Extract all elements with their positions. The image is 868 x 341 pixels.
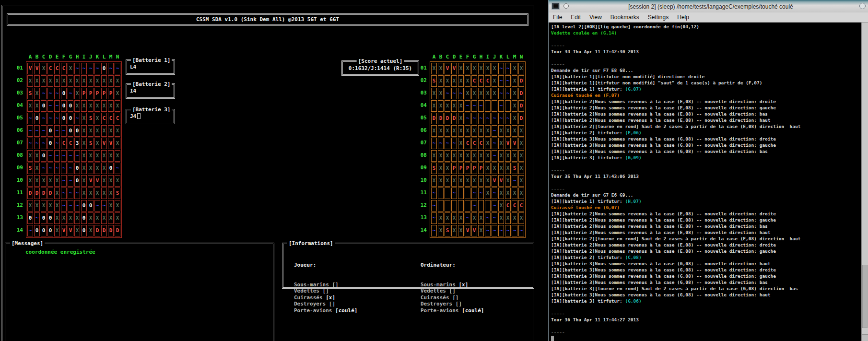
- terminal-line: [IA][batterie 2][tourne en rond] Saut de…: [551, 123, 861, 129]
- grid-cell: X: [54, 225, 60, 236]
- grid-cell: X: [54, 200, 60, 212]
- terminal-line: [IA][batterie 2]Nous sommes revenus à la…: [551, 242, 861, 248]
- column-header: J: [492, 54, 497, 60]
- terminal-line: -----: [551, 61, 861, 67]
- grid-cell: D: [518, 113, 524, 124]
- window-titlebar[interactable]: [session 2] (sleep) /home/tests/langageC…: [549, 0, 868, 12]
- grid-cell: X: [108, 175, 114, 187]
- grid-cell: ~: [74, 113, 80, 124]
- grid-cell: ~: [41, 125, 47, 137]
- column-header: I: [81, 54, 87, 60]
- player-fleet-status: Joueur: Sous-marins []Vedettes []Cuirass…: [294, 249, 357, 327]
- row-label: 10: [419, 175, 427, 186]
- row-label: 11: [419, 187, 427, 199]
- grid-cell: ~: [47, 163, 53, 174]
- konsole-window: [session 2] (sleep) /home/tests/langageC…: [548, 0, 868, 341]
- grid-cell: X: [54, 188, 60, 199]
- scrollbar-button[interactable]: [862, 334, 868, 341]
- row-label: 01: [15, 62, 23, 74]
- window-button[interactable]: [859, 3, 866, 9]
- grid-cell: ~: [108, 63, 114, 74]
- grid-cell: ~: [492, 150, 497, 162]
- grid-cell: X: [512, 150, 517, 162]
- grid-cell: [465, 200, 470, 212]
- grid-cell: ~: [471, 200, 477, 212]
- grid-cell: X: [518, 138, 524, 149]
- menu-item-help[interactable]: Help: [673, 14, 693, 21]
- terminal-line: [IA][batterie 2]Nous sommes revenus à la…: [551, 217, 861, 223]
- menu-item-bookmarks[interactable]: Bookmarks: [606, 14, 644, 21]
- terminal-line: -----: [551, 167, 861, 173]
- grid-cell: X: [478, 212, 484, 224]
- grid-cell: S: [27, 88, 33, 99]
- grid-cell: X: [465, 125, 470, 137]
- terminal-line: Cuirassé touché en (G,07): [551, 204, 861, 211]
- grid-cell: X: [41, 200, 47, 212]
- grid-cell: ~: [81, 63, 87, 74]
- grid-cell: X: [94, 150, 100, 162]
- row-label: 12: [419, 200, 427, 211]
- grid-cell: ~: [485, 225, 491, 236]
- grid-cell: ~: [101, 200, 107, 212]
- grid-cell: P: [465, 163, 470, 174]
- grid-cell: S: [88, 113, 94, 124]
- grid-cell: ~: [27, 138, 33, 149]
- menu-item-edit[interactable]: Edit: [566, 14, 585, 21]
- grid-cell: X: [81, 188, 87, 199]
- grid-cell: [485, 100, 491, 112]
- grid-cell: D: [518, 100, 524, 112]
- menu-item-file[interactable]: File: [549, 14, 566, 21]
- grid-cell: C: [471, 75, 477, 87]
- terminal-line: [IA][batterie 2]Nous sommes revenus à la…: [551, 98, 861, 105]
- grid-cell: D: [518, 88, 524, 99]
- grid-cell: [478, 200, 484, 212]
- terminal-line: Demande de tir sur G7 E6 G9...: [551, 192, 861, 198]
- grid-cell: ~: [54, 88, 60, 99]
- grid-cell: X: [465, 88, 470, 99]
- column-header: F: [465, 54, 470, 60]
- grid-cell: D: [94, 225, 100, 236]
- terminal-line: [551, 179, 861, 186]
- grid-cell: C: [115, 113, 120, 124]
- grid-cell: ~: [492, 138, 497, 149]
- informations-box: [Informations] Joueur: Sous-marins []Ved…: [282, 243, 534, 289]
- grid-cell: X: [485, 63, 491, 74]
- terminal-icon[interactable]: [551, 2, 560, 10]
- grid-cell: X: [431, 63, 437, 74]
- terminal-line: [IA][batterie 3] tirfutur: (G,09): [551, 154, 861, 161]
- grid-cell: ~: [451, 88, 457, 99]
- grid-cell: ~: [498, 225, 504, 236]
- grid-cell: ~: [68, 88, 73, 99]
- scrollbar-thumb[interactable]: [862, 265, 868, 329]
- grid-cell: ~: [54, 163, 60, 174]
- grid-cell: X: [34, 100, 40, 112]
- grid-cell: X: [485, 163, 491, 174]
- grid-cell: X: [485, 125, 491, 137]
- grid-cell: X: [438, 75, 444, 87]
- grid-cell: X: [471, 88, 477, 99]
- grid-cell: X: [451, 100, 457, 112]
- column-header: K: [498, 54, 504, 60]
- menu-item-view[interactable]: View: [585, 14, 606, 21]
- grid-cell: X: [88, 212, 94, 224]
- grid-cell: X: [115, 125, 120, 137]
- grid-cell: ~: [47, 100, 53, 112]
- terminal-line: Tour 36 Thu Apr 11 17:44:27 2013: [551, 317, 861, 323]
- grid-cell: ~: [34, 125, 40, 137]
- grid-cell: X: [471, 125, 477, 137]
- grid-cell: X: [81, 175, 87, 187]
- battery-3-box[interactable]: [Batterie 3] J4: [126, 109, 175, 124]
- grid-cell: X: [458, 150, 464, 162]
- grid-cell: V: [498, 175, 504, 187]
- grid-cell: X: [465, 75, 470, 87]
- grid-cell: X: [512, 88, 517, 99]
- grid-cell: X: [458, 63, 464, 74]
- row-label: 03: [419, 87, 427, 99]
- grid-cell: X: [485, 175, 491, 187]
- scrollbar[interactable]: [861, 23, 868, 341]
- terminal-line: [IA][batterie 3][tourne en rond] Saut de…: [551, 285, 861, 292]
- grid-cell: X: [81, 138, 87, 149]
- grid-cell: X: [505, 163, 511, 174]
- terminal-output[interactable]: [IA level 2][HOR][lig gauche] coordonnée…: [549, 23, 861, 341]
- menu-item-settings[interactable]: Settings: [644, 14, 673, 21]
